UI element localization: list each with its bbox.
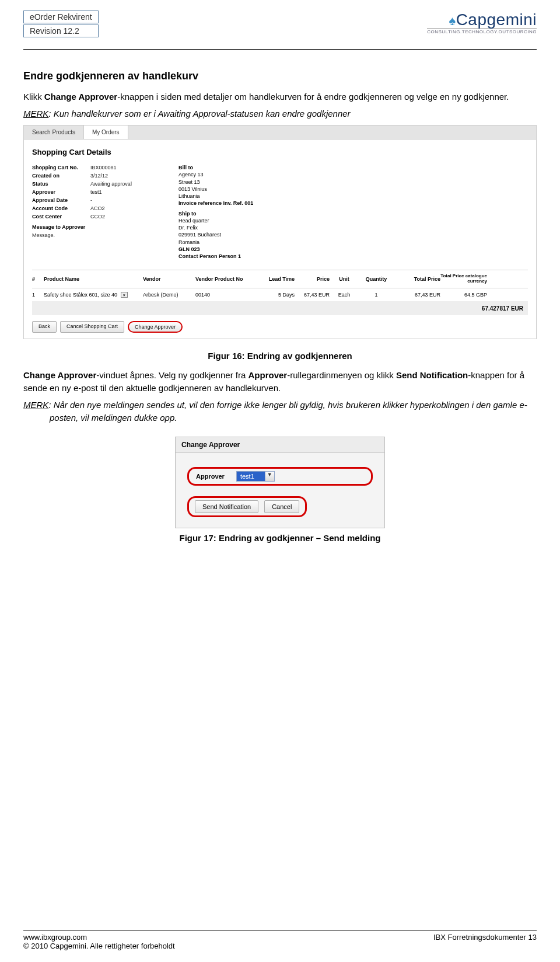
dialog-buttons-highlight: Send Notification Cancel bbox=[187, 496, 307, 517]
footer-copyright: © 2010 Capgemini. Alle rettigheter forbe… bbox=[23, 942, 537, 950]
page-footer: www.ibxgroup.com IBX Forretningsdokument… bbox=[23, 930, 537, 950]
panel-title: Shopping Cart Details bbox=[32, 148, 528, 156]
screenshot-change-approver-dialog: Change Approver Approver test1 ▼ Send No… bbox=[175, 437, 385, 528]
dialog-title: Change Approver bbox=[176, 437, 384, 453]
chevron-down-icon[interactable]: ▾ bbox=[121, 292, 128, 298]
cancel-button[interactable]: Cancel bbox=[264, 500, 299, 513]
page-header: eOrder Rekvirent Revision 12.2 ♠Capgemin… bbox=[23, 0, 537, 37]
approver-field-highlight: Approver test1 ▼ bbox=[187, 467, 373, 486]
tab-my-orders[interactable]: My Orders bbox=[84, 126, 128, 139]
footer-url: www.ibxgroup.com bbox=[23, 933, 87, 942]
send-notification-button[interactable]: Send Notification bbox=[195, 500, 258, 513]
table-row: 1 Safety shoe Stålex 601, size 40▾ Arbes… bbox=[32, 288, 528, 302]
header-title: eOrder Rekvirent bbox=[23, 11, 99, 23]
note-1: MERK: Kun handlekurver som er i Awaiting… bbox=[23, 107, 537, 121]
note-2: MERK: Når den nye meldingen sendes ut, v… bbox=[23, 399, 537, 425]
screenshot-cart-details: Search Products My Orders Shopping Cart … bbox=[23, 125, 537, 339]
footer-pageref: IBX Forretningsdokumenter 13 bbox=[433, 933, 537, 942]
chevron-down-icon[interactable]: ▼ bbox=[265, 472, 274, 481]
spade-icon: ♠ bbox=[449, 13, 456, 28]
intro-paragraph: Klikk Change Approver-knappen i siden me… bbox=[23, 90, 537, 104]
grand-total: 67.427817 EUR bbox=[32, 302, 528, 315]
tab-search-products[interactable]: Search Products bbox=[24, 126, 84, 139]
section-heading: Endre godkjenneren av handlekurv bbox=[23, 70, 537, 82]
figure-17-caption: Figur 17: Endring av godkjenner – Send m… bbox=[23, 533, 537, 543]
header-revision: Revision 12.2 bbox=[23, 25, 99, 37]
cancel-cart-button[interactable]: Cancel Shopping Cart bbox=[60, 321, 124, 333]
order-items-table: # Product Name Vendor Vendor Product No … bbox=[32, 270, 528, 315]
mid-paragraph: Change Approver-vinduet åpnes. Velg ny g… bbox=[23, 369, 537, 395]
approver-label: Approver bbox=[196, 473, 225, 480]
figure-16-caption: Figur 16: Endring av godkjenneren bbox=[23, 351, 537, 361]
brand-logo: ♠Capgemini CONSULTING.TECHNOLOGY.OUTSOUR… bbox=[427, 11, 537, 34]
back-button[interactable]: Back bbox=[32, 321, 57, 333]
approver-dropdown[interactable]: test1 ▼ bbox=[236, 471, 275, 482]
change-approver-button[interactable]: Change Approver bbox=[128, 321, 183, 333]
